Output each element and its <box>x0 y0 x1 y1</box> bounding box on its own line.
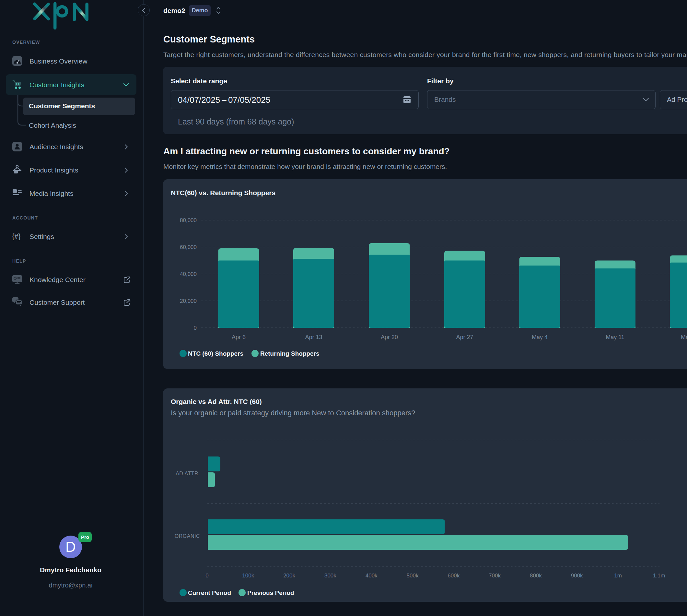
svg-text:Returning Shoppers: Returning Shoppers <box>260 350 320 357</box>
svg-text:20,000: 20,000 <box>180 298 197 304</box>
svg-text:Apr 27: Apr 27 <box>456 334 473 340</box>
svg-text:900k: 900k <box>571 573 583 579</box>
svg-text:Current Period: Current Period <box>188 589 231 596</box>
svg-text:NTC(60) vs. Returning Shoppers: NTC(60) vs. Returning Shoppers <box>171 189 275 196</box>
svg-text:0: 0 <box>194 325 197 331</box>
svg-text:NTC (60) Shoppers: NTC (60) Shoppers <box>188 350 243 357</box>
svg-text:Apr 13: Apr 13 <box>305 334 322 340</box>
svg-text:Previous Period: Previous Period <box>247 589 294 596</box>
svg-text:200k: 200k <box>283 573 295 579</box>
svg-text:40,000: 40,000 <box>180 271 197 277</box>
svg-text:300k: 300k <box>324 573 336 579</box>
svg-text:400k: 400k <box>366 573 377 579</box>
svg-text:1.1m: 1.1m <box>653 573 665 579</box>
svg-text:May 4: May 4 <box>532 334 548 340</box>
svg-text:May 11: May 11 <box>606 334 624 340</box>
svg-text:600k: 600k <box>448 573 459 579</box>
svg-text:Apr 6: Apr 6 <box>232 334 246 340</box>
svg-text:100k: 100k <box>242 573 254 579</box>
svg-text:May 18: May 18 <box>681 334 687 340</box>
svg-text:60,000: 60,000 <box>180 244 197 250</box>
svg-text:Organic vs Ad Attr. NTC (60): Organic vs Ad Attr. NTC (60) <box>171 398 262 405</box>
svg-text:Apr 20: Apr 20 <box>381 334 398 340</box>
svg-text:ORGANIC: ORGANIC <box>175 533 200 539</box>
svg-text:0: 0 <box>205 573 208 579</box>
svg-text:700k: 700k <box>489 573 501 579</box>
svg-text:800k: 800k <box>530 573 542 579</box>
svg-text:500k: 500k <box>407 573 419 579</box>
svg-text:80,000: 80,000 <box>180 217 197 223</box>
svg-text:1m: 1m <box>614 573 622 579</box>
svg-text:AD ATTR.: AD ATTR. <box>176 471 200 476</box>
svg-text:Is your organic or paid strate: Is your organic or paid strategy driving… <box>171 409 415 417</box>
